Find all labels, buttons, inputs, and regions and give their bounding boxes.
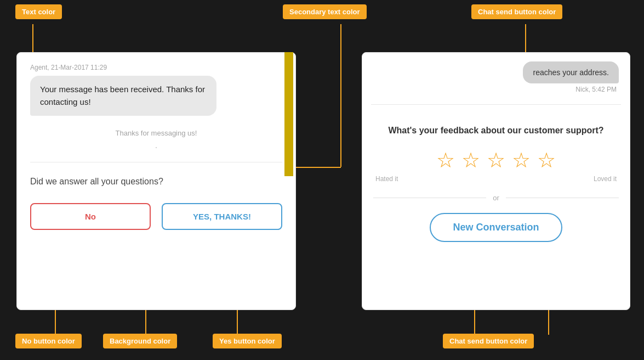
button-row: No YES, THANKS!: [30, 203, 282, 230]
secondary-text-color-badge: Secondary text color: [283, 4, 367, 19]
star-1[interactable]: ☆: [436, 150, 455, 171]
hated-it-label: Hated it: [375, 175, 398, 183]
loved-it-label: Loved it: [594, 175, 617, 183]
feedback-question: What's your feedback about our customer …: [388, 125, 603, 137]
chat-send-button-color-bottom-line1: [474, 306, 475, 335]
question-text: Did we answer all your questions?: [30, 177, 282, 187]
chat-send-button-color-bottom-badge: Chat send button color: [443, 334, 534, 348]
star-labels: Hated it Loved it: [373, 175, 619, 183]
right-divider-line: [371, 104, 621, 105]
background-color-line: [145, 306, 146, 335]
star-5[interactable]: ☆: [537, 150, 556, 171]
feedback-section: What's your feedback about our customer …: [362, 114, 630, 310]
yes-button[interactable]: YES, THANKS!: [162, 203, 282, 230]
agent-chat-bubble: Your message has been received. Thanks f…: [30, 76, 216, 116]
yellow-bar: [284, 52, 293, 176]
center-message: Thanks for messaging us!: [30, 129, 282, 137]
stars-row: ☆ ☆ ☆ ☆ ☆: [436, 150, 556, 171]
no-button[interactable]: No: [30, 203, 151, 230]
secondary-text-color-line: [340, 24, 341, 167]
new-conversation-button[interactable]: New Conversation: [430, 213, 562, 242]
agent-label: Agent, 21-Mar-2017 11:29: [30, 64, 282, 71]
yes-button-line: [237, 306, 238, 335]
background-color-badge: Background color: [103, 334, 177, 348]
right-chat-panel: reaches your address. Nick, 5:42 PM What…: [362, 52, 630, 310]
or-divider: or: [373, 194, 619, 202]
star-4[interactable]: ☆: [512, 150, 531, 171]
divider-line: [30, 162, 282, 162]
chat-send-button-color-bottom-line2: [548, 306, 549, 335]
text-color-badge: Text color: [15, 4, 62, 19]
star-2[interactable]: ☆: [461, 150, 480, 171]
no-button-color-badge: No button color: [15, 334, 82, 348]
left-chat-panel: Agent, 21-Mar-2017 11:29 Your message ha…: [16, 52, 296, 310]
or-text: or: [486, 194, 506, 202]
divider-dot: ·: [30, 142, 282, 153]
yes-button-color-badge: Yes button color: [213, 334, 282, 348]
no-button-line: [55, 306, 56, 335]
chat-send-button-color-top-badge: Chat send button color: [471, 4, 562, 19]
user-chat-bubble: reaches your address.: [523, 61, 619, 83]
nick-label: Nick, 5:42 PM: [362, 86, 617, 93]
star-3[interactable]: ☆: [487, 150, 505, 171]
